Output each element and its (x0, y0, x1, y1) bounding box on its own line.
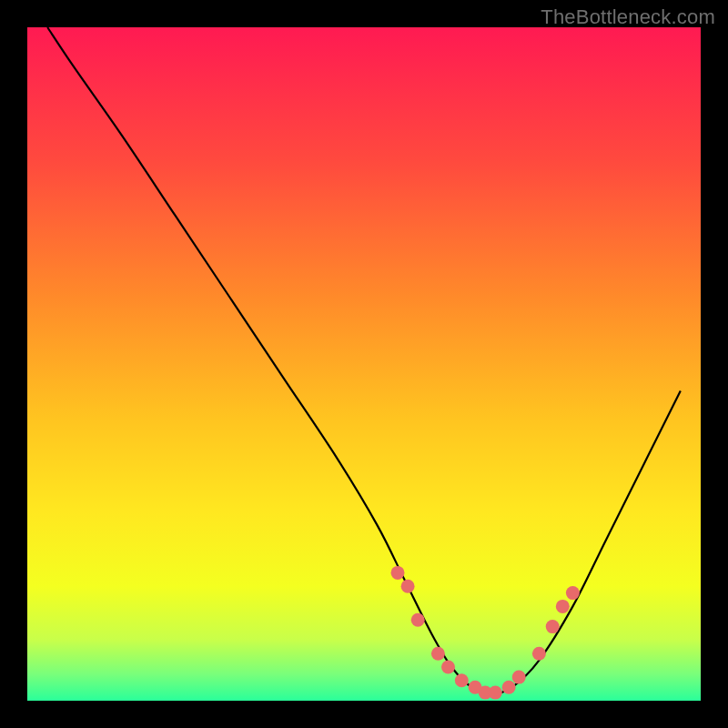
highlight-marker (532, 647, 546, 661)
highlight-marker (556, 600, 570, 613)
highlight-marker (441, 661, 455, 674)
highlight-marker (512, 671, 526, 684)
highlight-marker (489, 686, 502, 700)
highlight-marker (431, 647, 445, 661)
highlight-marker (502, 681, 516, 694)
highlight-marker (411, 613, 425, 627)
plot-background (27, 27, 701, 701)
highlight-marker (455, 673, 469, 687)
highlight-marker (566, 586, 580, 600)
watermark-text: TheBottleneck.com (541, 5, 715, 29)
highlight-marker (546, 620, 560, 633)
highlight-marker (391, 566, 405, 580)
highlight-marker (401, 580, 415, 593)
bottleneck-chart (0, 0, 728, 728)
